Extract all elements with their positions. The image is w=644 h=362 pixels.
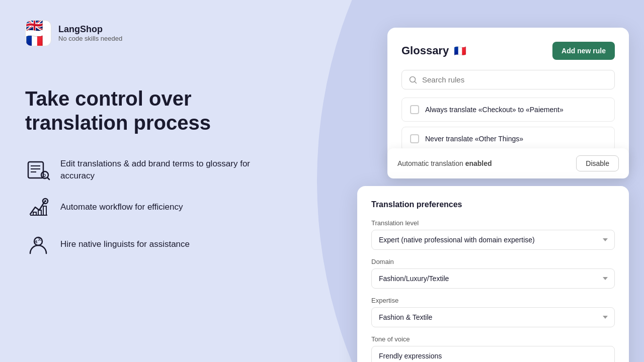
rule-text-1: Always translate «Checkout» to «Paiement… — [425, 106, 564, 114]
right-panel: Glossary 🇫🇷 Add new rule Always translat… — [292, 0, 644, 362]
rule-text-2: Never translate «Other Things» — [425, 135, 523, 143]
glossary-title: Glossary — [401, 44, 449, 57]
svg-text:Q: Q — [43, 173, 46, 177]
logo-flag-emoji: 🇬🇧🇫🇷 — [26, 20, 51, 46]
expertise-label: Expertise — [371, 297, 615, 304]
preferences-title: Translation preferences — [371, 200, 615, 209]
logo-area: 🇬🇧🇫🇷 LangShop No code skills needed — [25, 20, 277, 46]
app-subtitle: No code skills needed — [58, 35, 122, 42]
preferences-card: Translation preferences Translation leve… — [357, 186, 629, 362]
svg-point-8 — [44, 200, 46, 202]
logo-icon: 🇬🇧🇫🇷 — [25, 20, 51, 46]
feature-item-hire: A 文 Hire native linguists for assistance — [25, 231, 277, 257]
feature-text-hire: Hire native linguists for assistance — [60, 238, 190, 250]
form-group-translation-level: Translation level Expert (native profess… — [371, 219, 615, 250]
tone-input[interactable] — [371, 346, 615, 362]
form-group-domain: Domain Fashion/Luxury/Textile Technology… — [371, 258, 615, 289]
add-new-rule-button[interactable]: Add new rule — [552, 42, 615, 60]
domain-select[interactable]: Fashion/Luxury/Textile Technology Health… — [371, 268, 615, 289]
search-icon — [409, 76, 417, 84]
feature-item-automate: Automate workflow for efficiency — [25, 194, 277, 220]
expertise-select[interactable]: Fashion & Textile Luxury Goods General — [371, 307, 615, 327]
auto-translate-bar: Automatic translation enabled Disable — [387, 148, 629, 178]
glossary-flag: 🇫🇷 — [454, 45, 466, 57]
left-panel: 🇬🇧🇫🇷 LangShop No code skills needed Take… — [0, 0, 302, 362]
features-list: Q Edit translations & add brand terms to… — [25, 157, 277, 257]
expertise-wrapper: Fashion & Textile Luxury Goods General — [371, 307, 615, 327]
feature-text-glossary: Edit translations & add brand terms to g… — [60, 158, 277, 182]
feature-icon-glossary: Q — [25, 157, 51, 183]
app-name: LangShop — [58, 24, 122, 35]
translation-level-wrapper: Expert (native professional with domain … — [371, 230, 615, 250]
rule-item-1[interactable]: Always translate «Checkout» to «Paiement… — [401, 98, 615, 122]
svg-line-14 — [415, 81, 417, 83]
svg-line-5 — [48, 178, 50, 180]
domain-wrapper: Fashion/Luxury/Textile Technology Health… — [371, 268, 615, 289]
rule-checkbox-2[interactable] — [410, 134, 419, 143]
glossary-header: Glossary 🇫🇷 Add new rule — [401, 42, 615, 60]
form-group-expertise: Expertise Fashion & Textile Luxury Goods… — [371, 297, 615, 327]
feature-icon-hire: A 文 — [25, 231, 51, 257]
translation-level-select[interactable]: Expert (native professional with domain … — [371, 230, 615, 250]
hero-title: Take control over translation process — [25, 86, 277, 135]
tone-label: Tone of voice — [371, 335, 615, 343]
rule-checkbox-1[interactable] — [410, 105, 419, 114]
logo-text: LangShop No code skills needed — [58, 24, 122, 42]
search-box[interactable] — [401, 70, 615, 89]
feature-item-glossary: Q Edit translations & add brand terms to… — [25, 157, 277, 183]
glossary-title-area: Glossary 🇫🇷 — [401, 44, 466, 57]
disable-button[interactable]: Disable — [576, 155, 619, 171]
form-group-tone: Tone of voice — [371, 335, 615, 362]
svg-text:文: 文 — [38, 237, 41, 241]
svg-text:A: A — [34, 239, 38, 244]
translation-level-label: Translation level — [371, 219, 615, 227]
rule-item-2[interactable]: Never translate «Other Things» — [401, 127, 615, 151]
search-rules-input[interactable] — [422, 75, 607, 84]
feature-text-automate: Automate workflow for efficiency — [60, 201, 183, 213]
feature-icon-automate — [25, 194, 51, 220]
domain-label: Domain — [371, 258, 615, 265]
auto-translate-text: Automatic translation enabled — [397, 159, 492, 167]
